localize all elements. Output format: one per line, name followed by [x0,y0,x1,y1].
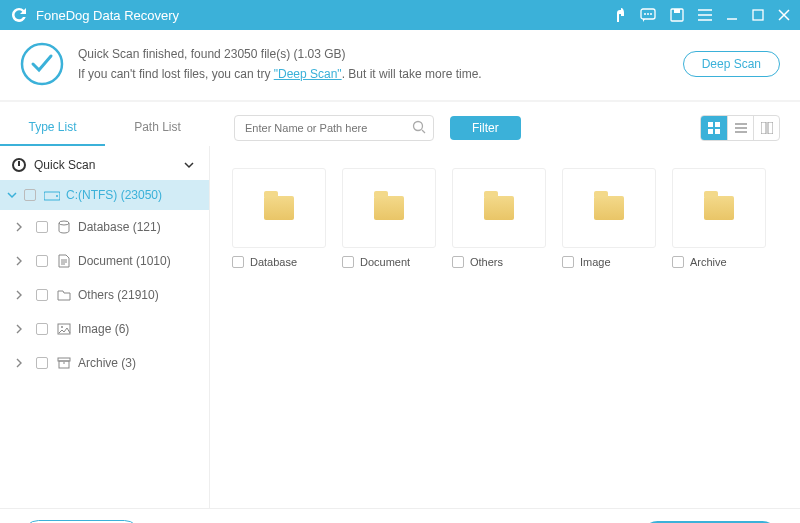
file-count: 23050 [224,47,257,61]
tree-item-label: Database (121) [78,220,161,234]
checkbox[interactable] [36,255,48,267]
clock-icon [12,158,26,172]
scan-status-text: Quick Scan finished, found 23050 file(s)… [78,44,683,85]
filter-button[interactable]: Filter [450,116,521,140]
chevron-right-icon[interactable] [14,358,28,368]
svg-point-17 [59,221,69,225]
maximize-icon[interactable] [752,9,764,21]
tree-item-document[interactable]: Document (1010) [0,244,209,278]
status-mid: file(s) ( [257,47,297,61]
chevron-right-icon[interactable] [14,290,28,300]
grid-item-others[interactable]: Others [452,168,546,268]
folder-thumb [562,168,656,248]
svg-point-19 [61,326,63,328]
tree-item-database[interactable]: Database (121) [0,210,209,244]
view-grid-icon[interactable] [701,116,727,140]
checkbox[interactable] [36,323,48,335]
folder-thumb [452,168,546,248]
folder-icon [484,196,514,220]
folder-icon [594,196,624,220]
menu-icon[interactable] [698,9,712,21]
svg-rect-9 [708,122,713,127]
tree-item-label: Archive (3) [78,356,136,370]
share-icon[interactable] [614,8,626,22]
chevron-down-icon[interactable] [6,189,20,201]
view-list-icon[interactable] [727,116,753,140]
tab-type-list[interactable]: Type List [0,110,105,146]
svg-rect-12 [715,129,720,134]
grid-item-label: Archive [690,256,727,268]
checkbox[interactable] [36,289,48,301]
tree-item-label: Others (21910) [78,288,159,302]
view-detail-icon[interactable] [753,116,779,140]
grid-item-label: Database [250,256,297,268]
tree-drive-c[interactable]: C:(NTFS) (23050) [0,180,209,210]
chevron-right-icon[interactable] [14,222,28,232]
tab-path-list[interactable]: Path List [105,110,210,146]
status-prefix: Quick Scan finished, found [78,47,224,61]
deep-scan-link[interactable]: "Deep Scan" [274,67,342,81]
grid-item-label: Image [580,256,611,268]
svg-rect-5 [674,9,680,13]
status-suffix: ) [342,47,346,61]
view-switch [700,115,780,141]
checkbox[interactable] [452,256,464,268]
folder-thumb [342,168,436,248]
checkbox[interactable] [36,357,48,369]
titlebar: FoneDog Data Recovery [0,0,800,30]
search-icon[interactable] [412,120,426,134]
tree-item-archive[interactable]: Archive (3) [0,346,209,380]
grid-item-archive[interactable]: Archive [672,168,766,268]
grid-item-label: Document [360,256,410,268]
drive-icon [44,188,60,202]
save-icon[interactable] [670,8,684,22]
checkbox[interactable] [232,256,244,268]
grid-item-document[interactable]: Document [342,168,436,268]
toolbar: Type List Path List Filter [0,102,800,146]
checkbox[interactable] [24,189,36,201]
svg-rect-10 [715,122,720,127]
svg-rect-13 [761,122,766,134]
tree-item-image[interactable]: Image (6) [0,312,209,346]
tree-drive-label: C:(NTFS) (23050) [66,188,162,202]
total-size: 1.03 GB [297,47,341,61]
search-wrap [234,115,434,141]
folder-grid: Database Document Others Image Archive [210,146,800,508]
image-icon [56,322,72,336]
list-tabs: Type List Path List [0,110,210,146]
close-icon[interactable] [778,9,790,21]
svg-point-2 [647,13,649,15]
svg-point-8 [414,122,423,131]
tree-item-others[interactable]: Others (21910) [0,278,209,312]
feedback-icon[interactable] [640,8,656,22]
checkbox[interactable] [36,221,48,233]
checkbox[interactable] [672,256,684,268]
search-input[interactable] [234,115,434,141]
database-icon [56,220,72,234]
checkbox[interactable] [342,256,354,268]
chevron-right-icon[interactable] [14,256,28,266]
svg-rect-11 [708,129,713,134]
app-title: FoneDog Data Recovery [36,8,614,23]
svg-rect-6 [753,10,763,20]
tree-root-quickscan[interactable]: Quick Scan [0,150,209,180]
minimize-icon[interactable] [726,9,738,21]
hint-suffix: . But it will take more time. [342,67,482,81]
svg-rect-14 [768,122,773,134]
checkbox[interactable] [562,256,574,268]
grid-item-image[interactable]: Image [562,168,656,268]
folder-icon [374,196,404,220]
svg-rect-21 [59,361,69,368]
chevron-down-icon[interactable] [183,159,197,171]
deep-scan-button[interactable]: Deep Scan [683,51,780,77]
success-check-icon [20,42,64,86]
chevron-right-icon[interactable] [14,324,28,334]
grid-item-database[interactable]: Database [232,168,326,268]
grid-item-label: Others [470,256,503,268]
tree-item-label: Document (1010) [78,254,171,268]
archive-icon [56,356,72,370]
document-icon [56,254,72,268]
app-logo-icon [10,6,28,24]
svg-point-7 [22,44,62,84]
folder-thumb [672,168,766,248]
